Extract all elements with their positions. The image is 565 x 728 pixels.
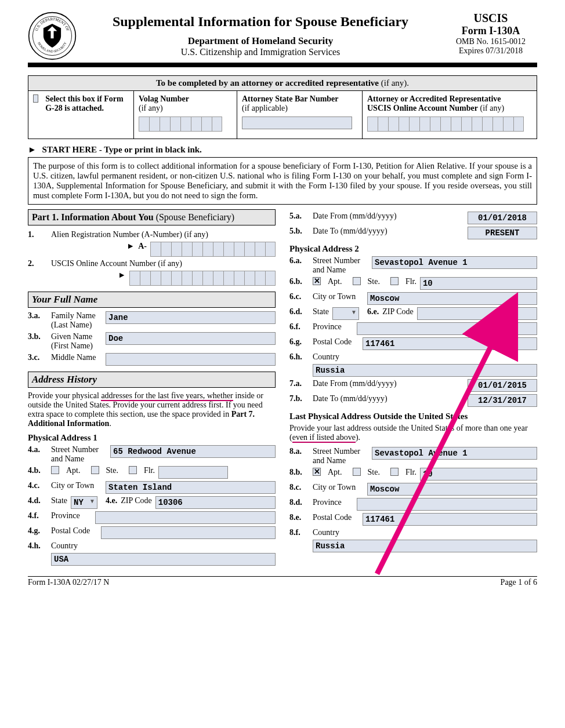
a-number-input[interactable] [150,242,276,257]
lastout-ste-checkbox[interactable] [353,468,361,476]
pa1-datefrom-input[interactable]: 01/01/2018 [468,212,537,224]
form-title: Supplemental Information for Spouse Bene… [82,14,439,30]
dept-name: Department of Homeland Security [82,35,439,47]
pa1-country-input[interactable]: USA [51,553,276,566]
lastout-heading: Last Physical Address Outside the United… [289,412,537,421]
q1-label: Alien Registration Number (A-Number) (if… [51,230,208,239]
lastout-city-input[interactable]: Moscow [367,483,537,496]
pa2-dateto-input[interactable]: 12/31/2017 [468,394,537,407]
purpose-text: The purpose of this form is to collect a… [28,157,537,205]
fullname-heading: Your Full Name [28,292,276,308]
pa2-unit-input[interactable]: 10 [420,277,537,290]
lastout-province-input[interactable] [357,498,537,511]
pa1-province-input[interactable] [95,511,276,524]
q2-label: USCIS Online Account Number (if any) [51,259,182,268]
pa2-flr-checkbox[interactable] [390,277,399,285]
lastout-unit-input[interactable]: 10 [420,468,537,481]
footer-right: Page 1 of 6 [501,578,537,587]
pa2-datefrom-input[interactable]: 01/01/2015 [468,379,537,392]
pa2-zip-input[interactable] [417,307,537,320]
part1-header: Part 1. Information About You (Spouse Be… [28,209,276,225]
pa2-country-input[interactable]: Russia [313,364,537,377]
pa2-ste-checkbox[interactable] [353,277,361,285]
pa1-state-select[interactable]: NY▼ [71,496,97,509]
arrow-icon: ► [118,271,126,280]
family-name-input[interactable]: Jane [106,311,276,324]
lastout-country-input[interactable]: Russia [313,540,537,552]
pa2-province-input[interactable] [357,322,537,335]
pa2-postal-input[interactable]: 117461 [363,337,537,350]
pa2-street-input[interactable]: Sevastopol Avenue 1 [372,256,537,269]
omb-number: OMB No. 1615-0012 [444,37,537,46]
agency-name: U.S. Citizenship and Immigration Service… [82,47,439,57]
addrhist-heading: Address History [28,372,276,388]
start-here-label: START HERE - Type or print in black ink. [42,145,202,154]
pa2-apt-checkbox[interactable] [313,277,321,285]
pa2-state-select[interactable]: ▼ [332,307,359,320]
g28-label: Select this box if Form G-28 is attached… [45,94,129,134]
pa1-apt-checkbox[interactable] [51,466,59,474]
form-number: Form I-130A [444,25,537,37]
footer-left: Form I-130A 02/27/17 N [28,578,109,587]
volag-input[interactable] [139,117,222,132]
pa1-zip-input[interactable]: 10306 [155,496,276,509]
pa1-unit-input[interactable] [158,466,228,479]
attorney-heading: To be completed by an attorney or accred… [28,76,537,91]
pa1-city-input[interactable]: Staten Island [106,481,276,494]
arrow-icon: ► [28,145,37,155]
lastout-street-input[interactable]: Sevastopol Avenue 1 [372,447,537,460]
lastout-flr-checkbox[interactable] [390,468,399,476]
bar-number-input[interactable] [242,117,352,129]
arrow-icon: ► [126,242,135,251]
pa1-street-input[interactable]: 65 Redwood Avenue [110,445,276,458]
pa2-heading: Physical Address 2 [289,244,537,254]
uscis-account-input[interactable] [129,271,276,286]
expires-date: Expires 07/31/2018 [444,46,537,56]
g28-checkbox[interactable] [33,94,38,103]
middle-name-input[interactable] [106,353,276,366]
lastout-instructions: Provide your last address outside the Un… [289,424,537,442]
pa1-flr-checkbox[interactable] [129,466,137,474]
uscis-label: USCIS [444,12,537,25]
dhs-seal-icon: U.S. DEPARTMENT OF HOMELAND SECURITY [28,12,77,60]
pa1-ste-checkbox[interactable] [91,466,99,474]
given-name-input[interactable]: Doe [106,332,276,345]
pa1-dateto-input[interactable]: PRESENT [468,227,537,239]
lastout-postal-input[interactable]: 117461 [363,513,537,526]
addrhist-instructions: Provide your physical addresses for the … [28,391,276,428]
pa2-city-input[interactable]: Moscow [367,292,537,305]
pa1-heading: Physical Address 1 [28,433,276,443]
pa1-postal-input[interactable] [101,526,276,539]
attorney-account-input[interactable] [367,117,524,132]
lastout-apt-checkbox[interactable] [313,468,321,476]
